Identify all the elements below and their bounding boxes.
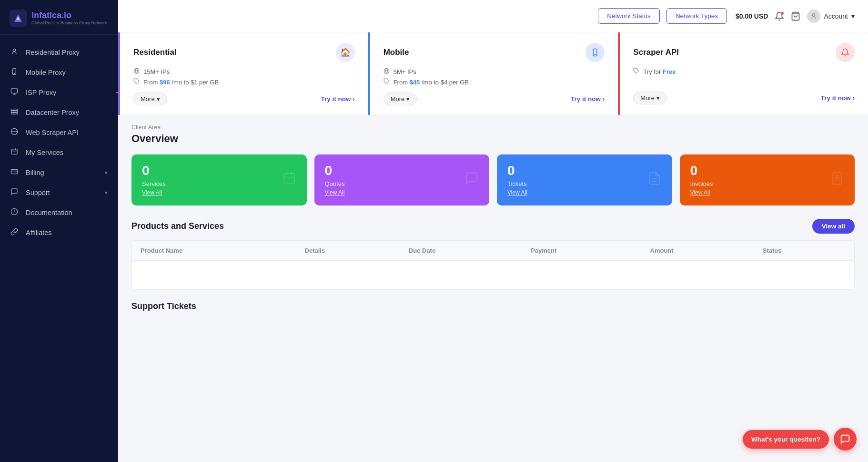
col-status: Status	[754, 241, 854, 261]
sidebar-item-datacenter-proxy[interactable]: Datacenter Proxy	[0, 103, 118, 123]
service-card-residential: Residential 🏠 15M+ IPs From $96 /mo to $…	[118, 32, 368, 115]
mobile-price: From $45 /mo to $4 per GB	[384, 78, 605, 86]
tickets-label: Tickets	[507, 180, 527, 187]
mobile-ip-count: 5M+ IPs	[384, 68, 605, 75]
billing-icon	[10, 168, 19, 177]
services-view-all-link[interactable]: View All	[142, 189, 166, 196]
balance-display: $0.00 USD	[736, 12, 768, 20]
scraper-more-button[interactable]: More ▾	[633, 92, 667, 104]
sidebar-item-label: Documentation	[26, 209, 72, 216]
price-text: From $96 /mo to $1 per GB	[143, 79, 219, 86]
scraper-api-card-title: Scraper API	[633, 48, 679, 57]
sidebar-item-label: Web Scraper API	[26, 129, 79, 136]
svg-rect-32	[283, 174, 294, 183]
svg-point-3	[14, 73, 14, 73]
sidebar-item-my-services[interactable]: My Services	[0, 143, 118, 163]
my-services-icon	[10, 148, 19, 157]
mobile-card-icon	[585, 43, 605, 62]
brand-name: infatica.io	[31, 11, 107, 20]
sidebar-item-documentation[interactable]: Documentation	[0, 203, 118, 223]
residential-more-button[interactable]: More ▾	[133, 92, 167, 105]
network-types-button[interactable]: Network Types	[666, 8, 727, 24]
col-due-date: Due Date	[400, 241, 522, 261]
products-view-all-button[interactable]: View all	[812, 219, 855, 234]
sidebar-item-mobile-proxy[interactable]: Mobile Proxy	[0, 62, 118, 82]
products-services-title: Products and Services	[131, 221, 224, 231]
stat-card-services: 0 Services View All	[131, 154, 307, 205]
svg-rect-38	[833, 173, 841, 185]
tickets-icon	[647, 171, 662, 189]
services-count: 0	[142, 164, 166, 177]
stats-grid: 0 Services View All 0 Quotes View All	[131, 154, 855, 205]
residential-try-now-link[interactable]: Try it now ›	[321, 95, 354, 103]
chat-widget: What's your question?	[743, 428, 857, 451]
logo-area: infatica.io Global Peer-to-Business Prox…	[0, 0, 118, 35]
products-services-table: Product Name Details Due Date Payment Am…	[132, 241, 854, 289]
breadcrumb: Client Area	[131, 124, 855, 131]
service-cards-row: Residential 🏠 15M+ IPs From $96 /mo to $…	[118, 32, 868, 115]
mobile-more-button[interactable]: More ▾	[384, 92, 417, 105]
sidebar-item-isp-proxy[interactable]: ISP Proxy	[0, 82, 118, 103]
ip-count-text: 15M+ IPs	[143, 68, 170, 75]
sidebar-item-label: Residential Proxy	[26, 49, 80, 56]
tickets-view-all-link[interactable]: View All	[507, 189, 527, 196]
empty-state	[132, 261, 854, 290]
tag-icon	[384, 78, 390, 86]
service-card-scraper-api: Scraper API Try for Free More ▾ Try it n…	[618, 32, 868, 115]
svg-rect-4	[11, 89, 17, 93]
sidebar-item-label: Support	[26, 189, 50, 196]
datacenter-proxy-icon	[10, 108, 19, 117]
chat-bubble[interactable]: What's your question?	[743, 430, 829, 449]
invoices-count: 0	[690, 164, 713, 177]
sidebar-item-label: Mobile Proxy	[26, 69, 66, 76]
mobile-proxy-icon	[10, 68, 19, 77]
quotes-count: 0	[325, 164, 345, 177]
sidebar-item-label: ISP Proxy	[26, 89, 56, 96]
support-tickets-title: Support Tickets	[131, 301, 196, 311]
stat-card-tickets: 0 Tickets View All	[497, 154, 672, 205]
svg-point-22	[813, 13, 815, 16]
quotes-icon	[464, 171, 479, 189]
account-label: Account	[824, 12, 848, 20]
main-body: Residential 🏠 15M+ IPs From $96 /mo to $…	[118, 32, 868, 462]
quotes-view-all-link[interactable]: View All	[325, 189, 345, 196]
sidebar-item-web-scraper-api[interactable]: Web Scraper API	[0, 123, 118, 143]
globe-icon	[133, 68, 140, 75]
sidebar-item-billing[interactable]: Billing ▾	[0, 163, 118, 183]
documentation-icon	[10, 208, 19, 217]
mobile-try-now-link[interactable]: Try it now ›	[571, 95, 605, 103]
scraper-free-stat: Try for Free	[633, 68, 855, 75]
empty-row	[132, 261, 854, 290]
sidebar-item-affiliates[interactable]: Affiliates	[0, 223, 118, 243]
globe-icon	[384, 68, 390, 75]
client-area: Client Area Overview 0 Services View All	[118, 115, 868, 205]
chat-open-button[interactable]	[834, 428, 857, 451]
invoices-icon	[830, 171, 844, 189]
scraper-api-card-icon	[836, 43, 855, 62]
cart-button[interactable]	[791, 11, 800, 21]
network-status-button[interactable]: Network Status	[598, 8, 660, 24]
svg-rect-9	[11, 109, 17, 111]
isp-proxy-icon	[10, 88, 19, 97]
svg-point-27	[595, 54, 596, 55]
page-title: Overview	[131, 133, 855, 145]
residential-card-icon: 🏠	[336, 43, 355, 62]
sidebar-item-label: Datacenter Proxy	[26, 109, 79, 116]
support-chevron-icon: ▾	[105, 190, 108, 196]
stat-card-invoices: 0 Invoices View All	[680, 154, 855, 205]
svg-rect-12	[11, 149, 17, 154]
mobile-ip-text: 5M+ IPs	[394, 68, 416, 75]
billing-chevron-icon: ▾	[105, 170, 108, 176]
notification-badge	[780, 11, 784, 15]
web-scraper-icon	[10, 128, 19, 137]
scraper-try-now-link[interactable]: Try it now ›	[821, 94, 855, 102]
sidebar-item-support[interactable]: Support ▾	[0, 183, 118, 203]
tag-icon	[633, 68, 639, 75]
account-button[interactable]: Account ▾	[807, 10, 855, 23]
sidebar-item-residential-proxy[interactable]: Residential Proxy	[0, 42, 118, 62]
svg-point-1	[13, 49, 15, 51]
notifications-button[interactable]	[775, 11, 784, 21]
invoices-view-all-link[interactable]: View All	[690, 189, 713, 196]
sidebar-item-label: Billing	[26, 169, 44, 176]
services-label: Services	[142, 180, 166, 187]
